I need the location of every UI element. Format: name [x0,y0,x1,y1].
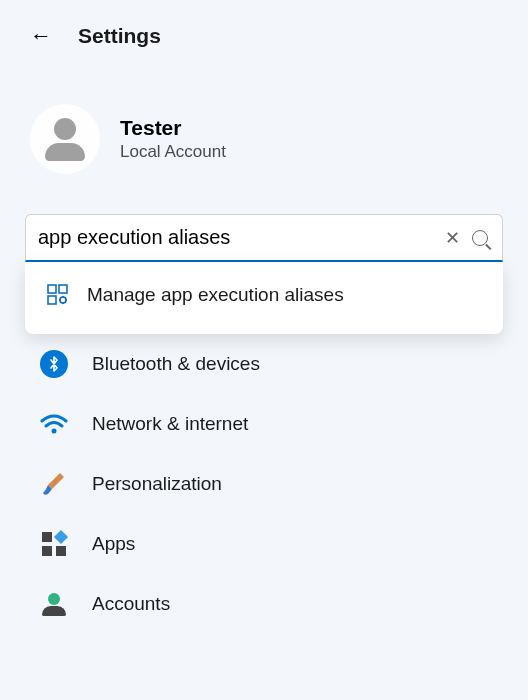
apps-icon [40,530,68,558]
user-profile[interactable]: Tester Local Account [0,64,528,204]
wifi-icon [40,410,68,438]
svg-point-4 [52,429,57,434]
user-name: Tester [120,116,226,140]
search-icon[interactable] [470,228,490,248]
back-arrow-icon[interactable]: ← [30,25,52,47]
nav-item-network[interactable]: Network & internet [25,394,503,454]
bluetooth-icon [40,350,68,378]
svg-rect-1 [59,285,67,293]
accounts-icon [40,590,68,618]
nav-item-apps[interactable]: Apps [25,514,503,574]
nav-list: Bluetooth & devices Network & internet P… [0,334,528,634]
nav-label: Apps [92,533,135,555]
clear-icon[interactable]: ✕ [435,227,470,249]
search-suggestions: Manage app execution aliases [25,262,503,334]
nav-label: Personalization [92,473,222,495]
search-input[interactable] [38,226,435,249]
brush-icon [40,470,68,498]
user-account-type: Local Account [120,142,226,162]
nav-label: Network & internet [92,413,248,435]
suggestion-label: Manage app execution aliases [87,284,344,306]
avatar [30,104,100,174]
nav-item-bluetooth[interactable]: Bluetooth & devices [25,334,503,394]
svg-rect-0 [48,285,56,293]
search-box[interactable]: ✕ [25,214,503,262]
nav-label: Accounts [92,593,170,615]
suggestion-item[interactable]: Manage app execution aliases [25,272,503,318]
header-bar: ← Settings [0,0,528,64]
nav-label: Bluetooth & devices [92,353,260,375]
nav-item-accounts[interactable]: Accounts [25,574,503,634]
nav-item-personalization[interactable]: Personalization [25,454,503,514]
apps-config-icon [47,284,69,306]
svg-rect-2 [48,296,56,304]
user-info: Tester Local Account [120,116,226,162]
page-title: Settings [78,24,161,48]
search-container: ✕ Manage app execution aliases [25,214,503,262]
